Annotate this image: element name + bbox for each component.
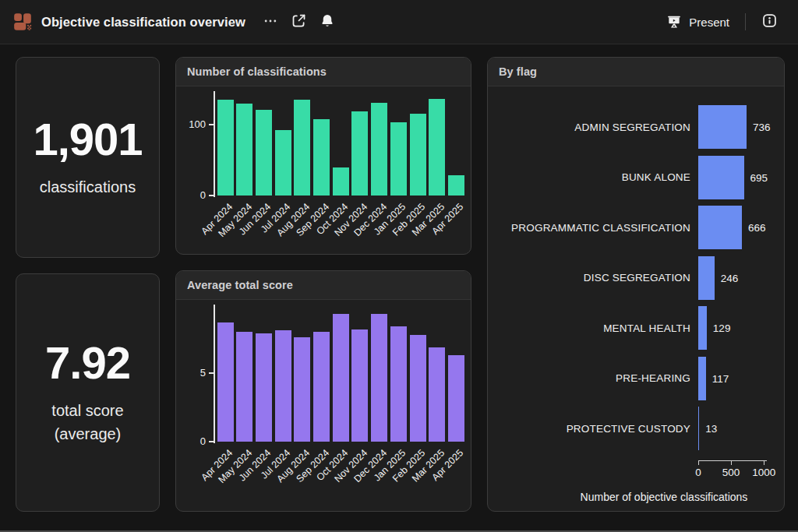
value-label: 736 [753,122,771,133]
bar-track: 695 [698,156,773,199]
more-options-button[interactable] [259,9,282,35]
by-flag-row: PROTECTIVE CUSTODY13 [499,403,773,454]
bar[interactable] [217,100,234,196]
bar[interactable] [698,105,747,149]
by-flag-row: PROGRAMMATIC CLASSIFICATION666 [499,203,773,253]
chart-card-average-total-score: Average total score 05Apr 2024May 2024Ju… [175,270,471,512]
value-label: 129 [713,322,731,334]
value-label: 666 [748,222,766,234]
bar[interactable] [698,306,707,350]
category-label: BUNK ALONE [499,171,690,183]
value-label: 695 [750,171,768,183]
by-flag-row: ADMIN SEGREGATION736 [499,102,773,153]
info-button[interactable] [757,9,782,35]
bar[interactable] [698,407,699,450]
y-axis-line [214,305,215,443]
present-button[interactable]: Present [660,9,736,36]
chart-card-number-of-classifications: Number of classifications 0100Apr 2024Ma… [175,57,471,255]
chart-title: Number of classifications [187,65,327,78]
dashboard-title: Objective classification overview [41,15,245,30]
middle-column: Number of classifications 0100Apr 2024Ma… [175,57,471,512]
share-button[interactable] [287,9,311,35]
x-axis-tick [698,461,699,465]
bar[interactable] [698,206,742,249]
x-axis-tick-label: 500 [722,467,740,478]
dashboard-app: Objective classification overview [0,0,798,532]
bar[interactable] [371,103,387,196]
topbar: Objective classification overview [0,0,798,44]
app-logo-icon[interactable] [12,12,33,32]
x-axis-line [698,460,767,461]
category-label: PROTECTIVE CUSTODY [499,423,690,435]
bar-chart-number-of-classifications: 0100Apr 2024May 2024Jun 2024Jul 2024Aug … [176,91,471,254]
y-axis-line [214,91,215,197]
bar[interactable] [448,175,464,196]
total-score-label-line2: (average) [51,422,123,446]
bar[interactable] [390,122,407,196]
notifications-button[interactable] [316,9,339,35]
y-axis-tick [209,441,214,442]
bar[interactable] [371,314,387,442]
bar[interactable] [236,104,252,196]
bar-track: 736 [698,105,773,149]
by-flag-row: DISC SEGREGATION246 [499,253,773,304]
bar[interactable] [333,314,349,442]
chart-title: By flag [499,65,537,78]
stat-card-total-score: 7.92 total score (average) [16,273,160,512]
category-label: MENTAL HEALTH [499,322,690,334]
chart-header: Average total score [176,271,471,300]
bar[interactable] [333,167,349,196]
bar[interactable] [275,330,291,442]
bar[interactable] [351,111,368,196]
bar[interactable] [351,329,368,442]
bar[interactable] [429,347,445,442]
bar[interactable] [236,332,252,442]
bar[interactable] [698,256,715,300]
bar[interactable] [256,333,272,442]
total-score-label: total score (average) [51,399,123,446]
category-label: PRE-HEARING [499,372,690,384]
bar-chart-by-flag: ADMIN SEGREGATION736BUNK ALONE695PROGRAM… [488,86,784,511]
present-icon [666,13,682,31]
bar[interactable] [313,332,330,442]
bar[interactable] [410,114,426,196]
topbar-divider [745,13,746,30]
bar[interactable] [294,100,310,196]
category-label: PROGRAMMATIC CLASSIFICATION [499,222,690,234]
stat-card-classifications: 1,901 classifications [16,57,160,258]
x-axis-tick [764,461,764,465]
bell-icon [320,13,335,31]
bar-track: 666 [698,206,773,249]
by-flag-row: MENTAL HEALTH129 [499,303,773,354]
by-flag-row: BUNK ALONE695 [499,153,773,203]
bar[interactable] [698,357,706,400]
dashboard-grid: 1,901 classifications 7.92 total score (… [0,44,798,530]
x-axis-title: Number of objective classifications [499,491,773,503]
category-label: ADMIN SEGREGATION [499,122,690,133]
y-axis-tick [209,195,214,196]
y-axis-tick [209,372,214,374]
bar[interactable] [429,99,445,196]
bar[interactable] [448,355,464,442]
bar[interactable] [698,156,744,199]
bar[interactable] [217,322,234,442]
bar[interactable] [294,337,310,442]
bar[interactable] [390,326,407,442]
y-axis-tick-label: 100 [178,118,206,132]
x-axis-tick-label: 0 [695,467,701,478]
bar[interactable] [313,119,330,196]
ellipsis-icon [263,13,278,31]
value-label: 13 [705,423,717,435]
value-label: 117 [712,372,729,384]
x-axis-row: 05001000 [499,460,773,481]
chart-header: By flag [488,58,784,86]
bar[interactable] [256,110,272,196]
total-score-value: 7.92 [45,340,130,386]
bar[interactable] [410,335,426,442]
bar-chart-average-total-score: 05Apr 2024May 2024Jun 2024Jul 2024Aug 20… [176,305,471,511]
y-axis-tick [209,124,214,125]
bar[interactable] [275,130,291,196]
bar-track: 246 [698,256,773,300]
chart-header: Number of classifications [176,58,471,86]
info-icon [761,12,778,31]
